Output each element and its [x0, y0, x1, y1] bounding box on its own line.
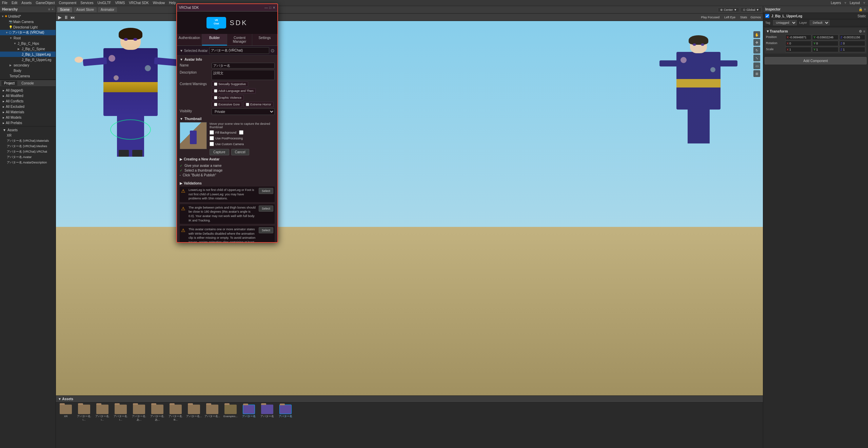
asset-folder-6[interactable]: アバター名.B...	[167, 405, 184, 421]
avatar-desc-textarea[interactable]: 説明文	[212, 70, 275, 80]
menu-vrms[interactable]: VRMS	[115, 1, 125, 5]
layer-select[interactable]: Default	[810, 20, 830, 25]
asset-folder-3[interactable]: アバター名.i...	[112, 405, 129, 421]
fill-bg-check2[interactable]	[239, 130, 243, 135]
hierarchy-item[interactable]: J_Bip_R_UpperLeg	[0, 57, 56, 62]
transform-settings-icon[interactable]: ⚙	[859, 30, 862, 33]
sdk-tab-auth[interactable]: Authentication	[177, 34, 202, 45]
project-item-all-conflicts[interactable]: ▸ All Conflicts	[0, 98, 56, 104]
project-item-all-modified[interactable]: ▸ All Modified	[0, 93, 56, 98]
menu-assets[interactable]: Assets	[21, 1, 32, 5]
sdk-tab-content[interactable]: Content Manager	[227, 34, 252, 45]
project-item-all-tagged[interactable]: ▸ All (tagged)	[0, 87, 56, 93]
layers-button[interactable]: Layers	[831, 1, 841, 5]
menu-vrchat-sdk[interactable]: VRChat SDK	[129, 1, 149, 5]
warning-excessive-gore[interactable]: Excessive Gore	[212, 102, 242, 107]
hierarchy-item[interactable]: 📷 Main Camera	[0, 19, 56, 24]
scale-x-field[interactable]: X1	[785, 47, 811, 52]
asset-folder-7[interactable]: アバター名...	[185, 405, 202, 418]
hierarchy-item[interactable]: ▼ J_Bip_C_Hips	[0, 41, 56, 46]
sdk-close-btn[interactable]: ✕	[273, 6, 275, 9]
project-item-assets[interactable]: ▼ Assets	[0, 127, 56, 133]
hierarchy-add-icon[interactable]: +	[52, 7, 54, 11]
layout-button[interactable]: Layout	[850, 1, 860, 5]
asset-folder-4[interactable]: アバター名.あ...	[131, 405, 147, 421]
rot-z-field[interactable]: Z0	[839, 41, 865, 46]
warning-sexually-suggestive[interactable]: Sexually Suggestive	[212, 81, 248, 87]
project-item-xr[interactable]: XR	[0, 133, 56, 138]
asset-folder-examples[interactable]: Examples...	[222, 405, 239, 418]
hierarchy-menu-icon[interactable]: ≡	[48, 7, 50, 11]
gizmo-multi[interactable]: ⊞	[753, 70, 760, 77]
menu-unigltf[interactable]: UniGLTF	[98, 1, 111, 5]
inspector-menu-icon[interactable]: ≡	[864, 7, 866, 11]
hierarchy-item[interactable]: 💡 Directional Light	[0, 24, 56, 30]
capture-button[interactable]: Capture	[210, 149, 229, 155]
project-item-avatar[interactable]: アバター名.Avatar	[0, 154, 56, 160]
project-item-all-excluded[interactable]: ▸ All Excluded	[0, 104, 56, 109]
hierarchy-item-upper-leg[interactable]: J_Bip_L_UpperLeg	[0, 52, 56, 57]
warning-checkbox-3[interactable]	[214, 96, 217, 99]
rot-y-field[interactable]: Y0	[812, 41, 838, 46]
hierarchy-item[interactable]: TempCamera	[0, 73, 56, 79]
selected-avatar-dropdown[interactable]: ⊙	[271, 48, 275, 53]
menu-component[interactable]: Component	[59, 1, 77, 5]
object-active-checkbox[interactable]	[765, 14, 769, 18]
gizmo-rotate[interactable]: ↻	[753, 47, 760, 54]
asset-folder-xr[interactable]: XR	[57, 405, 74, 418]
tab-asset-store[interactable]: Asset Store	[74, 7, 97, 12]
hierarchy-item[interactable]: ▼ Root	[0, 35, 56, 41]
pause-button[interactable]: ⏸	[64, 15, 68, 20]
menu-gameobject[interactable]: GameObject	[36, 1, 55, 5]
menu-file[interactable]: File	[2, 1, 7, 5]
gizmo-hand[interactable]: ✋	[753, 31, 760, 38]
hierarchy-item[interactable]: ▶ J_Bip_C_Spine	[0, 46, 56, 52]
asset-folder-avatar1[interactable]: アバター名	[240, 405, 257, 418]
post-processing-checkbox[interactable]	[210, 136, 214, 140]
validation-select-btn-2[interactable]: Select	[259, 206, 273, 212]
menu-window[interactable]: Window	[153, 1, 165, 5]
cancel-button[interactable]: Cancel	[231, 149, 249, 155]
tab-scene[interactable]: Scene	[57, 7, 72, 12]
asset-folder-5[interactable]: アバター名.あ...	[149, 405, 166, 421]
gizmo-move[interactable]: ✥	[753, 39, 760, 46]
asset-folder-2[interactable]: アバター名.i...	[94, 405, 111, 421]
gizmo-scale[interactable]: ⤡	[753, 55, 760, 61]
hierarchy-item[interactable]: ▼ ✱ Untitled*	[0, 14, 56, 19]
project-item-vrchat[interactable]: アバター名 (VRChat).VRChat	[0, 149, 56, 154]
warning-checkbox-4[interactable]	[214, 103, 217, 106]
play-button[interactable]: ▶	[58, 15, 62, 20]
validation-select-btn-1[interactable]: Select	[259, 188, 273, 194]
sdk-tab-settings[interactable]: Settings	[252, 34, 277, 45]
project-item-all-models[interactable]: ▸ All Models	[0, 115, 56, 120]
global-dropdown[interactable]: ⊙ Global ▼	[741, 7, 762, 12]
step-button[interactable]: ⏭	[71, 15, 75, 20]
visibility-select[interactable]: Private Public	[212, 109, 275, 115]
pos-x-field[interactable]: X-0.06946871	[785, 35, 811, 40]
transform-menu-icon[interactable]: ≡	[863, 30, 865, 33]
tag-select[interactable]: Untagged	[773, 20, 797, 25]
menu-services[interactable]: Services	[80, 1, 93, 5]
pos-y-field[interactable]: Y-0.03602246	[812, 35, 838, 40]
warning-extreme-horror[interactable]: Extreme Horror	[243, 102, 274, 107]
tab-animator[interactable]: Animator	[98, 7, 117, 12]
scale-y-field[interactable]: Y1	[812, 47, 838, 52]
project-item-materials[interactable]: アバター名 (VRChat).Materials	[0, 138, 56, 143]
inspector-lock-icon[interactable]: 🔒	[859, 7, 863, 11]
tab-console[interactable]: Console	[19, 81, 37, 86]
project-item-avatar-desc[interactable]: アバター名.AvatarDescription	[0, 160, 56, 165]
project-item-all-prefabs[interactable]: ▸ All Prefabs	[0, 120, 56, 125]
sdk-maximize-btn[interactable]: □	[269, 6, 271, 9]
hierarchy-item[interactable]: Body	[0, 68, 56, 73]
tab-project[interactable]: Project	[1, 81, 17, 86]
gizmo-rect[interactable]: ▭	[753, 62, 760, 69]
avatar-name-input[interactable]	[212, 63, 275, 69]
warning-adult-language[interactable]: Adult Language and Then	[212, 88, 256, 94]
asset-folder-1[interactable]: アバター名.i...	[76, 405, 93, 421]
menu-edit[interactable]: Edit	[12, 1, 17, 5]
warning-checkbox-5[interactable]	[246, 103, 249, 106]
warning-graphic-violence[interactable]: Graphic Violence	[212, 95, 244, 100]
custom-camera-checkbox[interactable]	[210, 142, 214, 146]
warning-checkbox-2[interactable]	[214, 89, 217, 93]
asset-folder-8[interactable]: アバター名...	[204, 405, 221, 418]
